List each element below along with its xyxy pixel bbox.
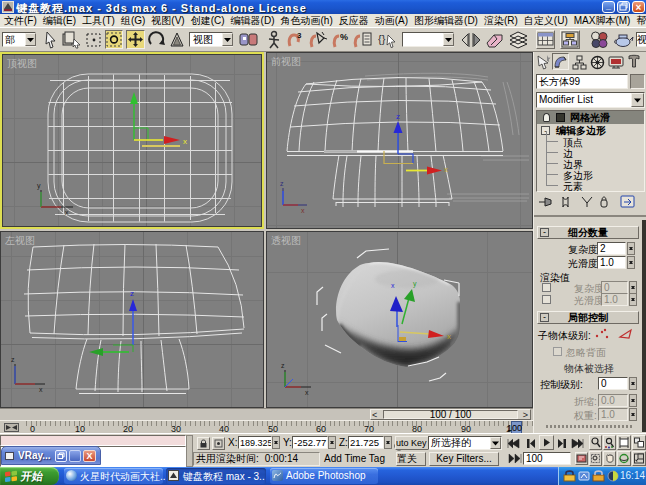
- svg-text:z: z: [280, 180, 284, 187]
- svg-text:y: y: [413, 280, 417, 288]
- svg-text:z: z: [11, 356, 15, 363]
- svg-text:x: x: [305, 389, 309, 396]
- svg-text:前视图: 前视图: [271, 56, 301, 67]
- svg-text:x: x: [65, 209, 69, 216]
- svg-text:x: x: [183, 137, 187, 146]
- svg-text:z: z: [130, 289, 134, 298]
- svg-text:x: x: [447, 332, 451, 341]
- svg-text:顶视图: 顶视图: [7, 58, 37, 69]
- svg-text:透视图: 透视图: [271, 235, 301, 246]
- svg-text:{}: {}: [378, 33, 386, 45]
- svg-text:z: z: [396, 112, 400, 121]
- svg-text:x: x: [301, 207, 305, 214]
- svg-text:y: y: [37, 182, 41, 190]
- svg-text:%: %: [340, 32, 348, 42]
- svg-text:x: x: [444, 165, 448, 174]
- svg-text:x: x: [391, 282, 395, 289]
- svg-text:x: x: [39, 386, 43, 393]
- svg-text:左视图: 左视图: [5, 235, 35, 246]
- svg-text:3: 3: [297, 31, 302, 40]
- svg-text:z: z: [281, 362, 285, 369]
